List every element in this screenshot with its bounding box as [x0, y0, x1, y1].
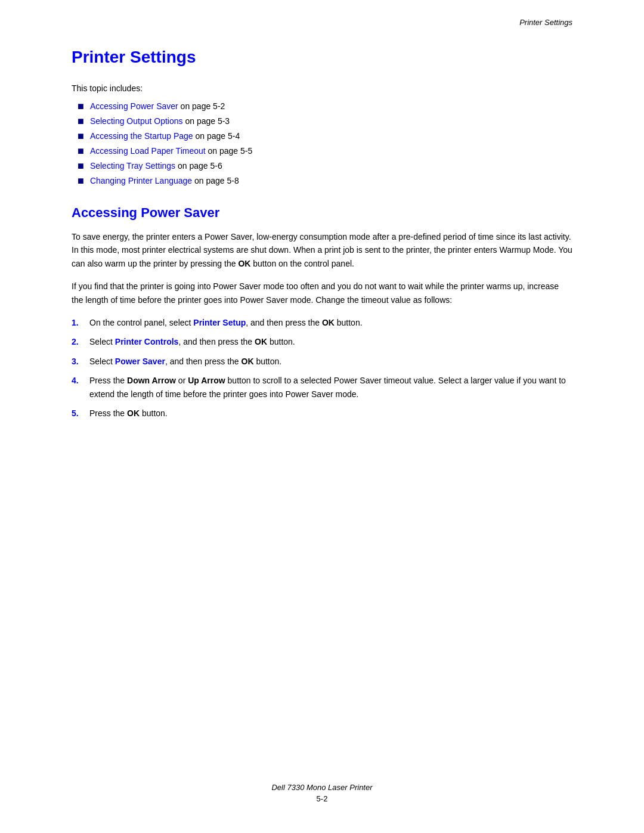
page-title: Printer Settings — [72, 48, 572, 67]
step-2: 2. Select Printer Controls, and then pre… — [72, 335, 572, 348]
step-3-content: Select Power Saver, and then press the O… — [89, 355, 572, 368]
toc-item-1: ■ Accessing Power Saver on page 5-2 — [78, 101, 572, 113]
toc-link-5[interactable]: Selecting Tray Settings — [90, 161, 178, 171]
toc-link-text-5: Selecting Tray Settings — [90, 161, 175, 171]
toc-link-text-3: Accessing the Startup Page — [90, 131, 193, 141]
toc-list: ■ Accessing Power Saver on page 5-2 ■ Se… — [72, 101, 572, 187]
toc-bullet-4: ■ — [78, 145, 84, 157]
step-1: 1. On the control panel, select Printer … — [72, 316, 572, 329]
step-1-after: button. — [335, 318, 363, 327]
toc-bullet-2: ■ — [78, 115, 84, 128]
section-title: Accessing Power Saver — [72, 205, 572, 221]
step-2-before: Select — [89, 337, 115, 346]
toc-item-6: ■ Changing Printer Language on page 5-8 — [78, 176, 572, 187]
step-5-before: Press the — [89, 408, 127, 418]
paragraph1-bold: OK — [238, 259, 250, 268]
step-3-blue-bold: Power Saver — [115, 357, 165, 366]
step-5-after: button. — [140, 408, 168, 418]
step-4-before: Press the — [89, 376, 127, 385]
step-4-or: or — [176, 376, 188, 385]
toc-link-3[interactable]: Accessing the Startup Page — [90, 131, 196, 141]
toc-page-2: on page 5-3 — [185, 116, 230, 126]
toc-bullet-5: ■ — [78, 160, 84, 172]
toc-link-text-2: Selecting Output Options — [90, 116, 183, 126]
step-3-middle: , and then press the — [165, 357, 242, 366]
step-3-black-bold: OK — [242, 357, 254, 366]
step-2-black-bold: OK — [255, 337, 267, 346]
step-1-black-bold: OK — [322, 318, 335, 327]
toc-item-5-content: Selecting Tray Settings on page 5-6 — [90, 161, 222, 171]
toc-page-3: on page 5-4 — [196, 131, 240, 141]
step-3-after: button. — [254, 357, 282, 366]
toc-link-4[interactable]: Accessing Load Paper Timeout — [90, 146, 208, 156]
toc-item-2-content: Selecting Output Options on page 5-3 — [90, 116, 230, 126]
toc-item-4-content: Accessing Load Paper Timeout on page 5-5 — [90, 146, 252, 156]
toc-item-2: ■ Selecting Output Options on page 5-3 — [78, 116, 572, 128]
header-label-text: Printer Settings — [519, 18, 572, 27]
footer: Dell 7330 Mono Laser Printer 5-2 — [0, 783, 644, 803]
toc-page-6: on page 5-8 — [194, 176, 239, 185]
step-1-blue-bold: Printer Setup — [193, 318, 246, 327]
toc-link-2[interactable]: Selecting Output Options — [90, 116, 185, 126]
step-3: 3. Select Power Saver, and then press th… — [72, 355, 572, 368]
step-4-number: 4. — [72, 374, 89, 387]
section-paragraph-2: If you find that the printer is going in… — [72, 280, 572, 306]
toc-page-5: on page 5-6 — [178, 161, 222, 171]
step-1-content: On the control panel, select Printer Set… — [89, 316, 572, 329]
step-4-black-bold1: Down Arrow — [127, 376, 176, 385]
toc-bullet-6: ■ — [78, 175, 84, 187]
toc-link-text-4: Accessing Load Paper Timeout — [90, 146, 206, 156]
toc-link-1[interactable]: Accessing Power Saver — [90, 101, 181, 111]
toc-item-1-content: Accessing Power Saver on page 5-2 — [90, 101, 225, 111]
step-4: 4. Press the Down Arrow or Up Arrow butt… — [72, 374, 572, 401]
footer-page: 5-2 — [0, 794, 644, 803]
toc-bullet-3: ■ — [78, 130, 84, 143]
toc-item-3-content: Accessing the Startup Page on page 5-4 — [90, 131, 240, 141]
header-section-label: Printer Settings — [519, 18, 572, 27]
toc-link-6[interactable]: Changing Printer Language — [90, 176, 194, 185]
toc-item-3: ■ Accessing the Startup Page on page 5-4 — [78, 131, 572, 143]
step-2-middle: , and then press the — [178, 337, 255, 346]
step-5-number: 5. — [72, 407, 89, 420]
toc-link-text-1: Accessing Power Saver — [90, 101, 178, 111]
toc-link-text-6: Changing Printer Language — [90, 176, 192, 185]
step-3-before: Select — [89, 357, 115, 366]
page-container: Printer Settings Printer Settings This t… — [0, 0, 644, 833]
step-5-content: Press the OK button. — [89, 407, 572, 420]
toc-item-5: ■ Selecting Tray Settings on page 5-6 — [78, 161, 572, 172]
toc-bullet-1: ■ — [78, 100, 84, 113]
step-5: 5. Press the OK button. — [72, 407, 572, 420]
step-4-black-bold2: Up Arrow — [188, 376, 225, 385]
toc-page-4: on page 5-5 — [208, 146, 253, 156]
step-5-black-bold: OK — [127, 408, 140, 418]
paragraph1-end: button on the control panel. — [250, 259, 354, 268]
toc-page-1: on page 5-2 — [181, 101, 225, 111]
step-2-content: Select Printer Controls, and then press … — [89, 335, 572, 348]
toc-item-6-content: Changing Printer Language on page 5-8 — [90, 176, 239, 185]
intro-text: This topic includes: — [72, 83, 572, 93]
steps-list: 1. On the control panel, select Printer … — [72, 316, 572, 420]
step-2-blue-bold: Printer Controls — [115, 337, 179, 346]
step-3-number: 3. — [72, 355, 89, 368]
step-2-number: 2. — [72, 335, 89, 348]
step-1-number: 1. — [72, 316, 89, 329]
step-2-after: button. — [267, 337, 295, 346]
footer-label: Dell 7330 Mono Laser Printer — [0, 783, 644, 792]
section-paragraph-1: To save energy, the printer enters a Pow… — [72, 230, 572, 270]
toc-item-4: ■ Accessing Load Paper Timeout on page 5… — [78, 146, 572, 157]
step-1-middle: , and then press the — [246, 318, 322, 327]
step-4-content: Press the Down Arrow or Up Arrow button … — [89, 374, 572, 401]
step-1-before: On the control panel, select — [89, 318, 193, 327]
